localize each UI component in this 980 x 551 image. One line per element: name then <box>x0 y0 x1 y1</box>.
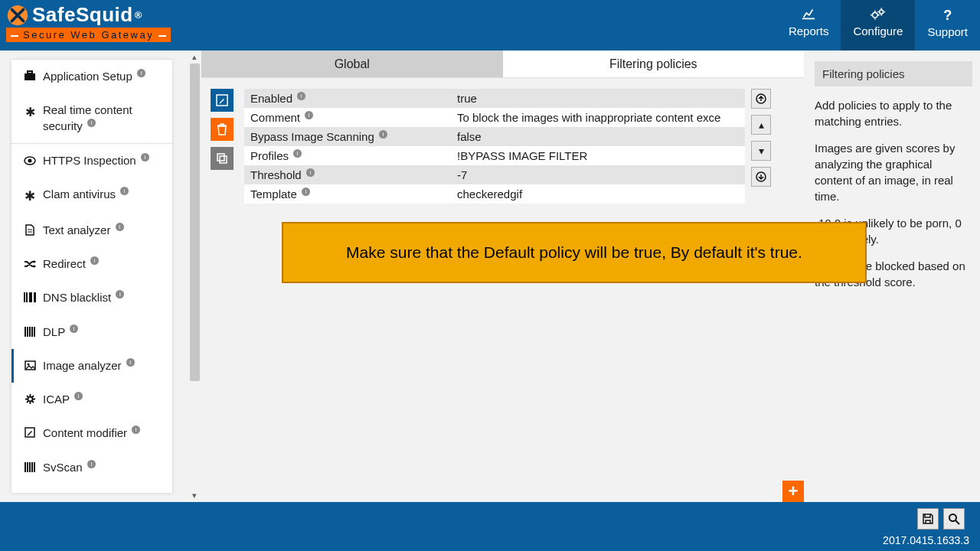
save-button[interactable] <box>917 508 939 530</box>
info-icon: i <box>302 187 310 196</box>
svg-rect-9 <box>29 292 32 302</box>
right-panel-title: Filtering policies <box>815 61 972 86</box>
sidebar-scrollbar[interactable]: ▴ ▾ <box>188 51 201 502</box>
sidebar-item-image-analyzer[interactable]: Image analyzer i <box>11 349 172 383</box>
info-icon: i <box>306 168 315 177</box>
sidebar-item-label: DNS blacklist i <box>43 290 124 305</box>
info-icon: i <box>126 358 135 367</box>
delete-button[interactable] <box>211 118 234 141</box>
svg-rect-15 <box>34 327 35 337</box>
copy-button[interactable] <box>211 147 234 170</box>
info-icon: i <box>90 256 99 265</box>
sidebar-item-real-time-content-security[interactable]: ✱Real time content security i <box>11 93 172 143</box>
svg-rect-23 <box>31 462 33 472</box>
pencil-square-icon <box>216 94 228 106</box>
arrow-top-icon <box>756 93 766 104</box>
svg-point-6 <box>28 158 32 162</box>
add-policy-button[interactable]: + <box>782 481 804 502</box>
scroll-track[interactable] <box>188 64 201 489</box>
sidebar-item-content-modifier[interactable]: Content modifier i <box>11 416 172 450</box>
table-row: Template icheckeredgif <box>244 184 745 204</box>
sidebar-item-clam-antivirus[interactable]: ✱Clam antivirus i <box>11 178 172 214</box>
move-top-button[interactable] <box>751 89 771 109</box>
nav-configure[interactable]: Configure <box>841 0 915 51</box>
svg-point-30 <box>949 514 956 521</box>
svg-rect-3 <box>24 73 35 80</box>
svg-rect-7 <box>24 292 25 302</box>
move-bottom-button[interactable] <box>751 167 771 187</box>
prop-key: Profiles i <box>244 146 451 165</box>
chart-icon <box>789 8 829 23</box>
brand-tagline: Secure Web Gateway <box>6 28 171 42</box>
sidebar-item-text-analyzer[interactable]: Text analyzer i <box>11 214 172 247</box>
sidebar-item-label: SvScan i <box>43 460 96 475</box>
move-up-button[interactable]: ▴ <box>751 115 771 135</box>
tab-filtering-policies[interactable]: Filtering policies <box>503 51 805 77</box>
move-down-button[interactable]: ▾ <box>751 141 771 161</box>
search-icon <box>948 513 960 525</box>
prop-key: Template i <box>244 184 451 204</box>
svg-rect-22 <box>29 462 31 472</box>
info-icon: i <box>87 119 96 127</box>
question-icon: ? <box>927 8 968 24</box>
sidebar-item-dns-blacklist[interactable]: DNS blacklist i <box>11 281 172 315</box>
svg-rect-12 <box>27 327 28 337</box>
prop-value: checkeredgif <box>451 184 745 204</box>
sidebar-item-icap[interactable]: ICAP i <box>11 383 172 416</box>
sidebar-item-label: Real time content security i <box>43 103 165 134</box>
info-icon: i <box>141 153 149 161</box>
svg-point-2 <box>880 10 884 14</box>
reorder-column: ▴ ▾ <box>751 89 774 204</box>
svg-rect-13 <box>29 327 31 337</box>
scroll-thumb[interactable] <box>190 64 200 381</box>
pencil-icon <box>21 427 38 442</box>
prop-key: Comment i <box>244 108 451 127</box>
info-icon: i <box>116 290 124 298</box>
sidebar-item-label: Text analyzer i <box>43 223 124 238</box>
info-icon: i <box>70 324 78 333</box>
info-icon: i <box>137 69 145 77</box>
scroll-down-button[interactable]: ▾ <box>188 489 201 502</box>
image-icon <box>21 360 38 374</box>
top-bar: SafeSquid® Secure Web Gateway Reports Co… <box>0 0 980 51</box>
arrow-bottom-icon <box>756 171 766 182</box>
table-row: Bypass Image Scanning ifalse <box>244 127 745 146</box>
properties-table: Enabled itrueComment iTo block the image… <box>244 89 745 204</box>
svg-rect-21 <box>27 462 28 472</box>
brand-reg: ® <box>135 9 142 21</box>
sidebar-item-application-setup[interactable]: Application Setup i <box>11 60 172 93</box>
barcode-icon <box>21 292 38 306</box>
sidebar-item-label: DLP i <box>43 324 78 340</box>
cogs-icon <box>853 8 903 23</box>
nav-support[interactable]: ? Support <box>915 0 980 51</box>
sidebar-item-dlp[interactable]: DLP i <box>11 315 172 349</box>
sidebar-item-label: Content modifier i <box>43 425 140 441</box>
nav-reports[interactable]: Reports <box>776 0 841 51</box>
scroll-up-button[interactable]: ▴ <box>188 51 201 64</box>
tabs: Global Filtering policies <box>201 51 804 78</box>
edit-button[interactable] <box>211 89 234 112</box>
prop-key: Bypass Image Scanning i <box>244 127 451 146</box>
logo-icon <box>6 4 29 27</box>
star-icon: ✱ <box>21 188 38 206</box>
random-icon <box>21 258 38 272</box>
prop-value: !BYPASS IMAGE FILTER <box>451 146 745 165</box>
tab-global[interactable]: Global <box>201 51 503 77</box>
sidebar-item-label: Image analyzer i <box>43 358 135 373</box>
sidebar-item-redirect[interactable]: Redirect i <box>11 247 172 281</box>
sidebar-outer: Application Setup i✱Real time content se… <box>0 51 188 502</box>
file-icon <box>21 224 38 240</box>
floppy-icon <box>922 513 934 525</box>
bug-icon: ✱ <box>21 104 38 121</box>
sidebar-item-https-inspection[interactable]: HTTPS Inspection i <box>11 144 172 178</box>
info-icon: i <box>132 425 140 434</box>
sidebar-item-label: Clam antivirus i <box>43 187 129 202</box>
sidebar-item-label: Redirect i <box>43 256 99 272</box>
search-button[interactable] <box>943 508 965 530</box>
nav-configure-label: Configure <box>853 24 903 37</box>
sidebar-item-label: Application Setup i <box>43 69 145 84</box>
prop-value: true <box>451 89 745 108</box>
table-row: Profiles i!BYPASS IMAGE FILTER <box>244 146 745 165</box>
sidebar-item-svscan[interactable]: SvScan i <box>11 451 172 484</box>
prop-key: Threshold i <box>244 165 451 184</box>
